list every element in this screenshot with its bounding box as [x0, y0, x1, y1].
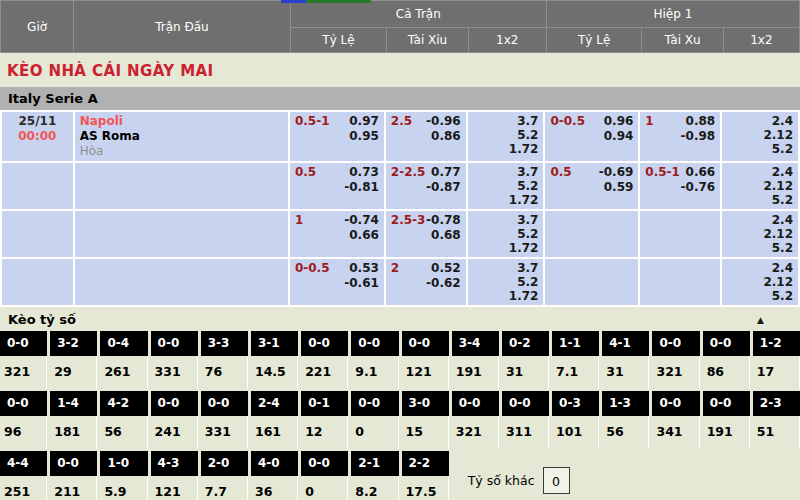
odds-value[interactable]: -0.62 [426, 276, 461, 291]
score-odds[interactable]: 17.5 [402, 476, 449, 500]
score-odds[interactable]: 51 [753, 416, 800, 449]
odds-value[interactable]: -0.61 [344, 276, 379, 291]
score-odds[interactable]: 9.1 [351, 356, 398, 389]
odds-value[interactable]: 2.12 [727, 128, 793, 142]
score-odds[interactable]: 321 [0, 356, 47, 389]
odds-value[interactable]: 0.94 [604, 129, 634, 144]
score-odds[interactable]: 5.9 [100, 476, 147, 500]
odds-value[interactable]: 2.4 [727, 261, 793, 275]
score-odds[interactable]: 121 [402, 356, 449, 389]
score-odds[interactable]: 29 [50, 356, 97, 389]
other-score-input[interactable]: 0 [543, 467, 570, 494]
ft-handicap-cell[interactable]: 0.5 0.73-0.81 [290, 163, 384, 209]
score-odds[interactable]: 261 [100, 356, 147, 389]
odds-value[interactable]: -0.81 [344, 180, 379, 195]
ft-1x2-cell[interactable]: 3.7 5.2 1.72 [468, 112, 544, 161]
odds-value[interactable]: 0.97 [349, 114, 379, 129]
odds-value[interactable]: 5.2 [473, 179, 539, 193]
odds-value[interactable]: 1.72 [473, 193, 539, 207]
odds-value[interactable]: -0.69 [599, 165, 634, 180]
score-odds[interactable]: 31 [602, 356, 649, 389]
odds-value[interactable]: 5.2 [727, 193, 793, 207]
odds-value[interactable]: -0.78 [426, 213, 461, 228]
odds-value[interactable]: 0.77 [426, 165, 461, 180]
odds-value[interactable]: 0.95 [349, 129, 379, 144]
odds-value[interactable]: -0.74 [344, 213, 379, 228]
odds-value[interactable]: 5.2 [727, 289, 793, 303]
score-odds[interactable]: 321 [452, 416, 499, 449]
score-odds[interactable]: 0 [301, 476, 348, 500]
odds-value[interactable]: 0.53 [344, 261, 379, 276]
collapse-arrow-icon[interactable]: ▲ [757, 315, 764, 325]
ft-overunder-cell[interactable]: 2 0.52-0.62 [386, 259, 466, 305]
score-odds[interactable]: 331 [151, 356, 198, 389]
score-odds[interactable]: 86 [703, 356, 750, 389]
score-odds[interactable]: 12 [301, 416, 348, 449]
odds-value[interactable]: -0.87 [426, 180, 461, 195]
odds-value[interactable]: 0.66 [681, 165, 716, 180]
score-odds[interactable]: 191 [452, 356, 499, 389]
score-odds[interactable]: 211 [50, 476, 97, 500]
score-odds[interactable]: 341 [652, 416, 699, 449]
score-odds[interactable]: 56 [602, 416, 649, 449]
score-odds[interactable]: 8.2 [351, 476, 398, 500]
score-odds[interactable]: 76 [201, 356, 248, 389]
score-odds[interactable]: 56 [100, 416, 147, 449]
score-odds[interactable]: 101 [552, 416, 599, 449]
odds-value[interactable]: 1.72 [473, 142, 539, 156]
score-odds[interactable]: 331 [201, 416, 248, 449]
score-odds[interactable]: 15 [402, 416, 449, 449]
odds-value[interactable]: 3.7 [473, 165, 539, 179]
odds-value[interactable]: 1.72 [473, 289, 539, 303]
odds-value[interactable]: 0.66 [344, 228, 379, 243]
h1-handicap-cell[interactable]: 0.5 -0.690.59 [545, 163, 638, 209]
ft-1x2-cell[interactable]: 3.7 5.2 1.72 [468, 211, 544, 257]
odds-value[interactable]: 5.2 [473, 128, 539, 142]
odds-value[interactable]: 0.86 [426, 129, 461, 144]
h1-1x2-cell[interactable]: 2.4 2.12 5.2 [722, 163, 798, 209]
score-odds[interactable]: 221 [301, 356, 348, 389]
odds-value[interactable]: 1.72 [473, 241, 539, 255]
ft-handicap-cell[interactable]: 0.5-1 0.970.95 [290, 112, 384, 161]
score-odds[interactable]: 7.7 [201, 476, 248, 500]
odds-value[interactable]: 2.12 [727, 275, 793, 289]
odds-value[interactable]: 5.2 [727, 142, 793, 156]
odds-value[interactable]: 3.7 [473, 114, 539, 128]
odds-value[interactable]: 0.59 [599, 180, 634, 195]
ft-1x2-cell[interactable]: 3.7 5.2 1.72 [468, 259, 544, 305]
score-odds[interactable]: 36 [251, 476, 298, 500]
h1-handicap-cell[interactable]: 0-0.5 0.960.94 [545, 112, 638, 161]
score-odds[interactable]: 0 [351, 416, 398, 449]
odds-value[interactable]: 0.96 [604, 114, 634, 129]
odds-value[interactable]: 0.68 [426, 228, 461, 243]
score-odds[interactable]: 321 [652, 356, 699, 389]
score-odds[interactable]: 161 [251, 416, 298, 449]
score-odds[interactable]: 7.1 [552, 356, 599, 389]
odds-value[interactable]: 0.88 [681, 114, 716, 129]
score-odds[interactable]: 181 [50, 416, 97, 449]
score-odds[interactable]: 191 [703, 416, 750, 449]
odds-value[interactable]: 5.2 [727, 241, 793, 255]
ft-overunder-cell[interactable]: 2.5 -0.960.86 [386, 112, 466, 161]
score-odds[interactable]: 311 [502, 416, 549, 449]
h1-1x2-cell[interactable]: 2.4 2.12 5.2 [722, 211, 798, 257]
odds-value[interactable]: -0.98 [681, 129, 716, 144]
ft-overunder-cell[interactable]: 2-2.5 0.77-0.87 [386, 163, 466, 209]
odds-value[interactable]: 3.7 [473, 261, 539, 275]
score-odds[interactable]: 251 [0, 476, 47, 500]
h1-1x2-cell[interactable]: 2.4 2.12 5.2 [722, 259, 798, 305]
odds-value[interactable]: 2.4 [727, 165, 793, 179]
ft-overunder-cell[interactable]: 2.5-3 -0.780.68 [386, 211, 466, 257]
score-odds[interactable]: 241 [151, 416, 198, 449]
odds-value[interactable]: 5.2 [473, 227, 539, 241]
h1-overunder-cell[interactable]: 1 0.88-0.98 [640, 112, 720, 161]
ft-1x2-cell[interactable]: 3.7 5.2 1.72 [468, 163, 544, 209]
ft-handicap-cell[interactable]: 1 -0.740.66 [290, 211, 384, 257]
odds-value[interactable]: 5.2 [473, 275, 539, 289]
odds-value[interactable]: 0.52 [426, 261, 461, 276]
odds-value[interactable]: 2.4 [727, 213, 793, 227]
score-odds[interactable]: 121 [151, 476, 198, 500]
score-odds[interactable]: 96 [0, 416, 47, 449]
odds-value[interactable]: 0.73 [344, 165, 379, 180]
odds-value[interactable]: 2.4 [727, 114, 793, 128]
